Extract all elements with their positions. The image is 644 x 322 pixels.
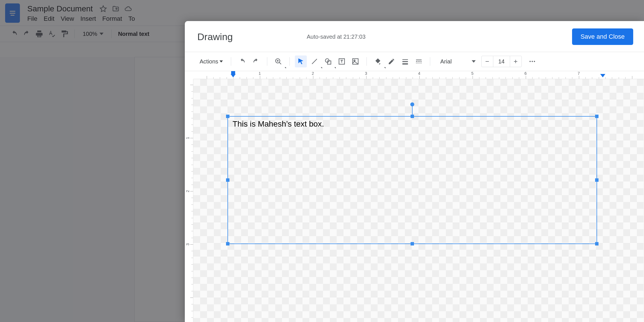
ruler-v-number: 2 bbox=[185, 190, 190, 192]
resize-handle-ml[interactable] bbox=[226, 178, 229, 182]
border-color-icon[interactable] bbox=[386, 55, 397, 67]
svg-rect-11 bbox=[416, 61, 417, 62]
resize-handle-tr[interactable] bbox=[595, 115, 599, 118]
zoom-icon[interactable] bbox=[272, 55, 284, 67]
svg-rect-8 bbox=[402, 61, 408, 62]
ruler-h-number: 6 bbox=[525, 71, 527, 76]
chevron-down-icon bbox=[334, 67, 336, 69]
save-and-close-button[interactable]: Save and Close bbox=[572, 28, 633, 45]
chevron-down-icon bbox=[321, 67, 322, 69]
svg-rect-16 bbox=[419, 63, 419, 63]
svg-point-20 bbox=[531, 61, 533, 62]
image-tool-icon[interactable] bbox=[349, 55, 361, 67]
svg-rect-9 bbox=[402, 63, 408, 65]
font-size-decrease-button[interactable]: − bbox=[482, 56, 493, 67]
drawing-canvas-area: 1234567 123 This is Mahesh’s text box. bbox=[185, 71, 644, 322]
drawing-canvas[interactable]: This is Mahesh’s text box. bbox=[193, 79, 644, 322]
chevron-down-icon bbox=[285, 67, 286, 69]
fill-color-icon[interactable] bbox=[372, 55, 384, 67]
font-select[interactable]: Arial bbox=[435, 58, 480, 65]
text-box[interactable]: This is Mahesh’s text box. bbox=[227, 116, 597, 244]
svg-rect-17 bbox=[420, 63, 420, 63]
border-weight-icon[interactable] bbox=[399, 55, 411, 67]
svg-rect-3 bbox=[327, 61, 331, 64]
actions-label: Actions bbox=[200, 58, 218, 65]
ruler-v-number: 1 bbox=[185, 137, 190, 139]
ruler-h-number: 4 bbox=[418, 71, 421, 76]
svg-point-6 bbox=[354, 60, 355, 61]
svg-rect-18 bbox=[421, 63, 421, 63]
more-options-icon[interactable] bbox=[526, 55, 538, 67]
resize-handle-tm[interactable] bbox=[411, 115, 414, 118]
svg-rect-7 bbox=[402, 59, 408, 60]
undo-icon[interactable] bbox=[236, 55, 248, 67]
svg-rect-12 bbox=[418, 61, 419, 62]
svg-point-19 bbox=[529, 61, 531, 62]
svg-rect-13 bbox=[420, 61, 421, 62]
chevron-down-icon bbox=[384, 67, 386, 69]
dialog-header: Drawing Auto-saved at 21:27:03 Save and … bbox=[185, 21, 644, 52]
ruler-h-number: 5 bbox=[471, 71, 474, 76]
ruler-h-number: 3 bbox=[365, 71, 367, 76]
svg-point-21 bbox=[534, 61, 535, 62]
horizontal-ruler[interactable]: 1234567 bbox=[193, 71, 644, 79]
text-box-content[interactable]: This is Mahesh’s text box. bbox=[228, 117, 597, 131]
dialog-title: Drawing bbox=[197, 31, 233, 42]
ruler-h-number: 1 bbox=[259, 71, 261, 76]
resize-handle-bm[interactable] bbox=[411, 242, 414, 245]
font-size-value[interactable]: 14 bbox=[493, 56, 510, 67]
font-name: Arial bbox=[440, 58, 452, 65]
resize-handle-bl[interactable] bbox=[226, 242, 229, 245]
line-tool-icon[interactable] bbox=[308, 55, 320, 67]
shape-tool-icon[interactable] bbox=[322, 55, 334, 67]
redo-icon[interactable] bbox=[250, 55, 262, 67]
ruler-h-number: 7 bbox=[578, 71, 580, 76]
svg-rect-10 bbox=[416, 60, 422, 60]
vertical-ruler[interactable]: 123 bbox=[185, 79, 193, 322]
select-tool-icon[interactable] bbox=[295, 55, 307, 67]
rotate-handle[interactable] bbox=[410, 102, 414, 106]
rotate-connector bbox=[412, 106, 413, 115]
svg-rect-14 bbox=[416, 63, 417, 63]
ruler-h-number: 2 bbox=[312, 71, 314, 76]
textbox-tool-icon[interactable] bbox=[336, 55, 348, 67]
autosave-status: Auto-saved at 21:27:03 bbox=[307, 34, 561, 40]
font-size-group: − 14 + bbox=[481, 56, 522, 67]
drawing-dialog: Drawing Auto-saved at 21:27:03 Save and … bbox=[185, 21, 644, 322]
ruler-v-number: 3 bbox=[185, 243, 190, 245]
svg-rect-15 bbox=[417, 63, 418, 63]
drawing-toolbar: Actions bbox=[185, 52, 644, 71]
font-size-increase-button[interactable]: + bbox=[510, 56, 521, 67]
resize-handle-tl[interactable] bbox=[226, 115, 229, 118]
resize-handle-br[interactable] bbox=[595, 242, 599, 245]
border-dash-icon[interactable] bbox=[413, 55, 425, 67]
actions-menu[interactable]: Actions bbox=[197, 57, 226, 67]
right-indent-marker[interactable] bbox=[600, 74, 605, 77]
resize-handle-mr[interactable] bbox=[595, 178, 599, 182]
